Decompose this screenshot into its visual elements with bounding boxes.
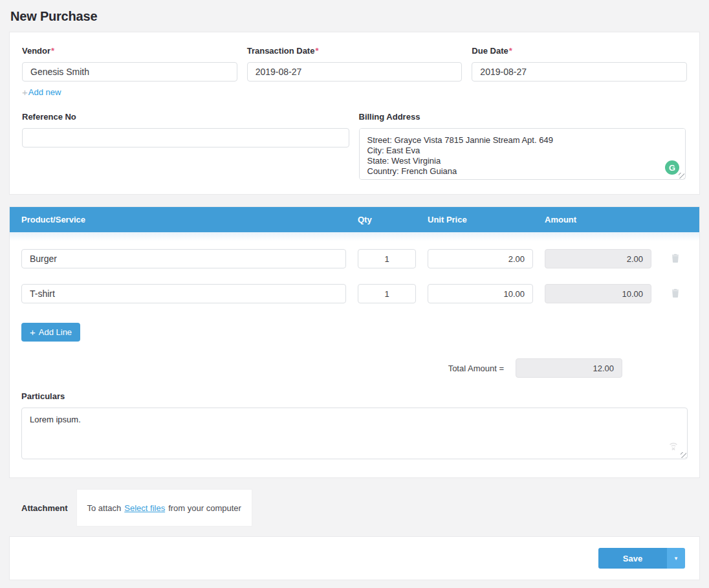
due-date-input[interactable] bbox=[472, 62, 687, 82]
grammarly-icon[interactable]: G bbox=[665, 160, 679, 175]
items-table-header: Product/Service Qty Unit Price Amount bbox=[10, 207, 699, 232]
add-line-button[interactable]: + Add Line bbox=[21, 323, 80, 342]
line-items-card: Product/Service Qty Unit Price Amount + … bbox=[9, 206, 700, 478]
vendor-field-group: Vendor* + Add new bbox=[22, 46, 237, 98]
billing-address-field-group: Billing Address Street: Grayce Vista 781… bbox=[359, 112, 686, 180]
reference-no-field-group: Reference No bbox=[22, 112, 349, 180]
select-files-link[interactable]: Select files bbox=[124, 503, 165, 513]
transaction-date-field-group: Transaction Date* bbox=[247, 46, 463, 98]
due-date-field-group: Due Date* bbox=[472, 46, 687, 98]
total-amount-field bbox=[516, 358, 622, 378]
delete-line-button[interactable] bbox=[663, 286, 688, 302]
header-fade bbox=[10, 232, 699, 241]
resize-handle[interactable] bbox=[681, 452, 686, 458]
add-new-label: Add new bbox=[28, 87, 61, 97]
particulars-textarea[interactable]: Lorem ipsum. bbox=[21, 408, 688, 459]
billing-address-label: Billing Address bbox=[359, 112, 686, 122]
column-header-product: Product/Service bbox=[21, 215, 346, 224]
column-header-unit-price: Unit Price bbox=[428, 215, 533, 224]
caret-down-icon: ▾ bbox=[675, 555, 678, 561]
total-amount-label: Total Amount = bbox=[448, 364, 504, 373]
page-header: New Purchase bbox=[0, 0, 709, 32]
save-split-button: Save ▾ bbox=[598, 548, 685, 569]
plus-icon: + bbox=[30, 327, 36, 338]
footer-bar: Save ▾ bbox=[9, 536, 700, 580]
unit-price-input[interactable] bbox=[428, 249, 533, 268]
line-item-row bbox=[10, 249, 699, 268]
page-title: New Purchase bbox=[10, 9, 699, 24]
vendor-input[interactable] bbox=[22, 62, 237, 82]
line-item-row bbox=[10, 284, 699, 303]
column-header-amount: Amount bbox=[545, 215, 651, 224]
offline-icon bbox=[668, 441, 679, 453]
attachment-label: Attachment bbox=[21, 503, 68, 513]
amount-field bbox=[545, 249, 651, 268]
total-row: Total Amount = bbox=[10, 358, 699, 378]
qty-input[interactable] bbox=[358, 284, 416, 303]
delete-line-button[interactable] bbox=[663, 251, 688, 267]
add-line-label: Add Line bbox=[39, 327, 72, 337]
column-header-qty: Qty bbox=[358, 215, 416, 224]
save-dropdown-button[interactable]: ▾ bbox=[667, 548, 685, 569]
required-asterisk: * bbox=[315, 46, 318, 56]
attachment-section: Attachment To attach Select files from y… bbox=[0, 478, 709, 536]
product-input[interactable] bbox=[21, 249, 346, 268]
attach-text-before: To attach bbox=[87, 503, 122, 513]
required-asterisk: * bbox=[509, 46, 512, 56]
qty-input[interactable] bbox=[358, 249, 416, 268]
purchase-form-card: Vendor* + Add new Transaction Date* Due … bbox=[9, 32, 700, 195]
reference-no-input[interactable] bbox=[22, 128, 349, 147]
trash-icon bbox=[671, 254, 679, 265]
amount-field bbox=[545, 284, 651, 303]
plus-icon: + bbox=[22, 87, 28, 98]
required-asterisk: * bbox=[51, 46, 54, 56]
reference-no-label: Reference No bbox=[22, 112, 349, 122]
attach-text-after: from your computer bbox=[168, 503, 241, 513]
vendor-label: Vendor* bbox=[22, 46, 237, 56]
add-new-link[interactable]: + Add new bbox=[22, 87, 61, 98]
trash-icon bbox=[671, 289, 679, 299]
product-input[interactable] bbox=[21, 284, 346, 303]
due-date-label: Due Date* bbox=[472, 46, 687, 56]
particulars-section: Particulars Lorem ipsum. bbox=[10, 378, 699, 459]
save-button[interactable]: Save bbox=[598, 548, 667, 569]
unit-price-input[interactable] bbox=[428, 284, 533, 303]
transaction-date-label: Transaction Date* bbox=[247, 46, 463, 56]
transaction-date-input[interactable] bbox=[247, 62, 463, 82]
attachment-dropzone[interactable]: To attach Select files from your compute… bbox=[76, 489, 252, 527]
resize-handle[interactable] bbox=[679, 173, 684, 179]
billing-address-textarea[interactable]: Street: Grayce Vista 7815 Jannie Stream … bbox=[359, 128, 686, 180]
particulars-label: Particulars bbox=[21, 391, 688, 401]
